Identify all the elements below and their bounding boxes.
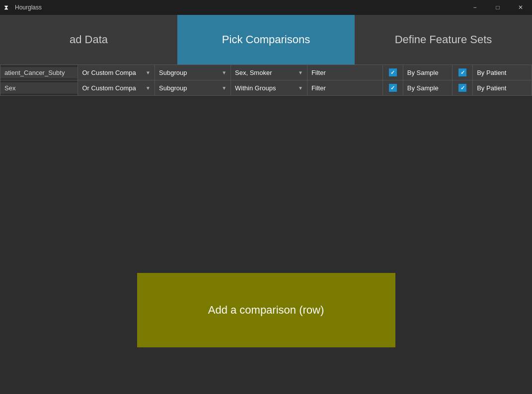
row1-within-cell[interactable]: Sex, Smoker ▼ [231,65,307,80]
dropdown-arrow-icon: ▼ [146,70,151,75]
row2-patient-cell: By Patient [473,80,532,95]
dropdown-arrow-icon: ▼ [222,85,227,91]
tab-pick-comparisons[interactable]: Pick Comparisons [177,15,355,65]
row2-checkbox2[interactable] [458,84,466,92]
row2-sample-cell: By Sample [403,80,452,95]
row1-comparison-cell[interactable]: Or Custom Compa ▼ [78,65,154,80]
row1-subgroup-cell[interactable]: Subgroup ▼ [155,65,230,80]
dropdown-arrow-icon: ▼ [222,70,227,75]
minimize-button[interactable]: − [463,0,486,15]
window-controls: − □ ✕ [463,0,532,15]
tab-define-feature-sets[interactable]: Define Feature Sets [355,15,532,65]
title-bar: ⧗ Hourglass − □ ✕ [0,0,532,15]
nav-tabs: ad Data Pick Comparisons Define Feature … [0,15,532,65]
close-button[interactable]: ✕ [509,0,532,15]
table-row: Sex Or Custom Compa ▼ Subgroup ▼ [0,80,532,96]
app-title: Hourglass [15,4,42,11]
row1-checkbox1[interactable] [389,68,397,76]
table-row: atient_Cancer_Subty Or Custom Compa ▼ Su… [0,65,532,80]
row2-comparison-cell[interactable]: Or Custom Compa ▼ [78,80,154,95]
row2-checkbox1-cell[interactable] [383,80,403,95]
row2-group-cell[interactable]: Sex [0,82,77,94]
row2-checkbox2-cell[interactable] [453,80,472,95]
row2-subgroup-cell[interactable]: Subgroup ▼ [155,80,230,95]
row1-checkbox1-cell[interactable] [383,65,403,80]
add-comparison-container: Add a comparison (row) [137,273,395,347]
comparison-table-container: atient_Cancer_Subty Or Custom Compa ▼ Su… [0,65,532,96]
row1-filter-cell[interactable]: Filter [307,65,382,80]
app-icon: ⧗ [4,3,12,11]
tab-load-data[interactable]: ad Data [0,15,177,65]
row1-sample-cell: By Sample [403,65,452,80]
maximize-button[interactable]: □ [486,0,509,15]
row2-checkbox1[interactable] [389,84,397,92]
row1-checkbox2[interactable] [458,68,466,76]
row1-patient-cell: By Patient [473,65,532,80]
dropdown-arrow-icon: ▼ [146,85,151,91]
dropdown-arrow-icon: ▼ [298,85,303,91]
row1-checkbox2-cell[interactable] [453,65,472,80]
row2-within-cell[interactable]: Within Groups ▼ [231,80,307,95]
dropdown-arrow-icon: ▼ [298,70,303,75]
row2-filter-cell[interactable]: Filter [307,80,382,95]
comparison-table: atient_Cancer_Subty Or Custom Compa ▼ Su… [0,65,532,96]
row1-group-cell[interactable]: atient_Cancer_Subty [0,67,77,78]
add-comparison-button[interactable]: Add a comparison (row) [137,273,395,347]
